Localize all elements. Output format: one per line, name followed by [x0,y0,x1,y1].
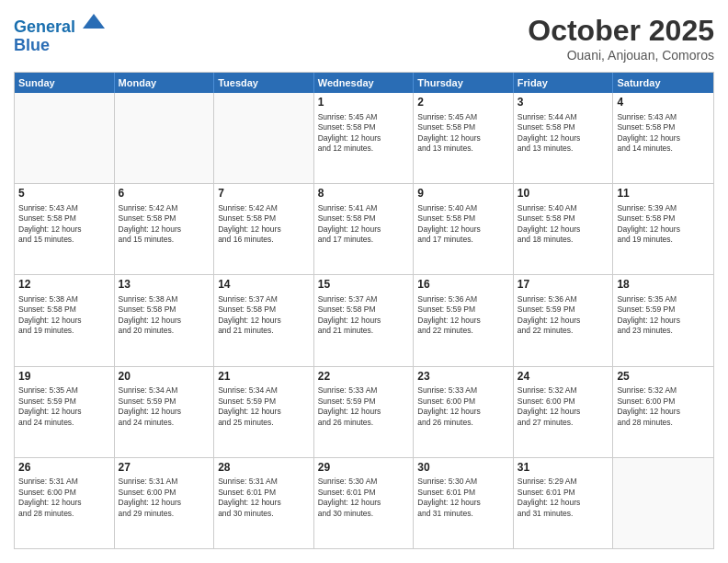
calendar-cell: 3Sunrise: 5:44 AMSunset: 5:58 PMDaylight… [514,93,614,183]
calendar-cell: 17Sunrise: 5:36 AMSunset: 5:59 PMDayligh… [514,275,614,365]
day-number: 11 [617,187,710,201]
day-number: 20 [119,370,210,385]
cell-text: Sunrise: 5:40 AMSunset: 5:58 PMDaylight:… [417,203,509,246]
calendar-cell: 28Sunrise: 5:31 AMSunset: 6:01 PMDayligh… [214,458,314,548]
cell-text: Sunrise: 5:36 AMSunset: 5:59 PMDaylight:… [417,294,509,337]
calendar-cell: 1Sunrise: 5:45 AMSunset: 5:58 PMDaylight… [314,93,415,183]
day-number: 22 [318,370,410,385]
day-number: 19 [18,370,110,385]
day-number: 15 [318,278,410,293]
calendar-body: 1Sunrise: 5:45 AMSunset: 5:58 PMDaylight… [15,93,713,548]
day-number: 29 [318,461,410,476]
cell-text: Sunrise: 5:30 AMSunset: 6:01 PMDaylight:… [318,477,410,519]
calendar-header: SundayMondayTuesdayWednesdayThursdayFrid… [15,73,713,93]
cell-text: Sunrise: 5:32 AMSunset: 6:00 PMDaylight:… [518,385,609,428]
calendar-cell: 10Sunrise: 5:40 AMSunset: 5:58 PMDayligh… [514,184,614,274]
cell-text: Sunrise: 5:31 AMSunset: 6:00 PMDaylight:… [18,477,110,519]
weekday-header: Sunday [15,73,115,93]
calendar-cell: 14Sunrise: 5:37 AMSunset: 5:58 PMDayligh… [214,275,314,365]
calendar-cell: 15Sunrise: 5:37 AMSunset: 5:58 PMDayligh… [314,275,415,365]
calendar-cell: 18Sunrise: 5:35 AMSunset: 5:59 PMDayligh… [613,275,713,365]
calendar-cell: 4Sunrise: 5:43 AMSunset: 5:58 PMDaylight… [613,93,713,183]
calendar-cell: 19Sunrise: 5:35 AMSunset: 5:59 PMDayligh… [15,367,115,457]
calendar-cell: 21Sunrise: 5:34 AMSunset: 5:59 PMDayligh… [214,367,314,457]
logo: General Blue [14,14,105,55]
day-number: 30 [417,461,509,476]
weekday-header: Tuesday [214,73,314,93]
day-number: 31 [518,461,609,476]
calendar-cell [15,93,115,183]
calendar: SundayMondayTuesdayWednesdayThursdayFrid… [14,72,714,549]
weekday-header: Monday [115,73,215,93]
cell-text: Sunrise: 5:30 AMSunset: 6:01 PMDaylight:… [417,477,509,519]
weekday-header: Friday [514,73,614,93]
calendar-row: 5Sunrise: 5:43 AMSunset: 5:58 PMDaylight… [15,183,713,274]
calendar-cell: 12Sunrise: 5:38 AMSunset: 5:58 PMDayligh… [15,275,115,365]
weekday-header: Wednesday [314,73,415,93]
calendar-cell: 24Sunrise: 5:32 AMSunset: 6:00 PMDayligh… [514,367,614,457]
calendar-cell: 11Sunrise: 5:39 AMSunset: 5:58 PMDayligh… [613,184,713,274]
cell-text: Sunrise: 5:45 AMSunset: 5:58 PMDaylight:… [417,112,509,155]
weekday-header: Thursday [414,73,514,93]
page: General Blue October 2025 Ouani, Anjouan… [0,0,728,563]
calendar-row: 12Sunrise: 5:38 AMSunset: 5:58 PMDayligh… [15,274,713,365]
cell-text: Sunrise: 5:34 AMSunset: 5:59 PMDaylight:… [119,385,210,428]
cell-text: Sunrise: 5:37 AMSunset: 5:58 PMDaylight:… [218,294,310,337]
day-number: 13 [119,278,210,293]
day-number: 17 [518,278,609,293]
day-number: 23 [417,370,509,385]
cell-text: Sunrise: 5:43 AMSunset: 5:58 PMDaylight:… [18,203,110,246]
cell-text: Sunrise: 5:39 AMSunset: 5:58 PMDaylight:… [617,203,710,246]
day-number: 16 [417,278,509,293]
calendar-cell: 2Sunrise: 5:45 AMSunset: 5:58 PMDaylight… [414,93,514,183]
header: General Blue October 2025 Ouani, Anjouan… [14,14,714,63]
day-number: 2 [417,96,509,110]
day-number: 25 [617,370,710,385]
day-number: 3 [518,96,609,110]
day-number: 5 [18,187,110,201]
cell-text: Sunrise: 5:31 AMSunset: 6:01 PMDaylight:… [218,477,310,519]
calendar-cell: 6Sunrise: 5:42 AMSunset: 5:58 PMDaylight… [115,184,215,274]
weekday-header: Saturday [613,73,713,93]
calendar-row: 1Sunrise: 5:45 AMSunset: 5:58 PMDaylight… [15,93,713,183]
cell-text: Sunrise: 5:44 AMSunset: 5:58 PMDaylight:… [518,112,609,155]
cell-text: Sunrise: 5:33 AMSunset: 5:59 PMDaylight:… [318,385,410,428]
day-number: 7 [218,187,310,201]
calendar-cell: 13Sunrise: 5:38 AMSunset: 5:58 PMDayligh… [115,275,215,365]
cell-text: Sunrise: 5:42 AMSunset: 5:58 PMDaylight:… [119,203,210,246]
day-number: 27 [119,461,210,476]
calendar-cell [613,458,713,548]
cell-text: Sunrise: 5:45 AMSunset: 5:58 PMDaylight:… [318,112,410,155]
day-number: 8 [318,187,410,201]
cell-text: Sunrise: 5:42 AMSunset: 5:58 PMDaylight:… [218,203,310,246]
calendar-cell: 26Sunrise: 5:31 AMSunset: 6:00 PMDayligh… [15,458,115,548]
cell-text: Sunrise: 5:35 AMSunset: 5:59 PMDaylight:… [18,385,110,428]
location-subtitle: Ouani, Anjouan, Comoros [528,48,714,63]
calendar-cell: 29Sunrise: 5:30 AMSunset: 6:01 PMDayligh… [314,458,415,548]
cell-text: Sunrise: 5:32 AMSunset: 6:00 PMDaylight:… [617,385,710,428]
title-block: October 2025 Ouani, Anjouan, Comoros [528,14,714,63]
cell-text: Sunrise: 5:41 AMSunset: 5:58 PMDaylight:… [318,203,410,246]
calendar-cell: 20Sunrise: 5:34 AMSunset: 5:59 PMDayligh… [115,367,215,457]
calendar-row: 19Sunrise: 5:35 AMSunset: 5:59 PMDayligh… [15,366,713,457]
cell-text: Sunrise: 5:36 AMSunset: 5:59 PMDaylight:… [518,294,609,337]
calendar-cell: 5Sunrise: 5:43 AMSunset: 5:58 PMDaylight… [15,184,115,274]
day-number: 10 [518,187,609,201]
day-number: 1 [318,96,410,110]
logo-icon [83,12,105,30]
day-number: 21 [218,370,310,385]
cell-text: Sunrise: 5:43 AMSunset: 5:58 PMDaylight:… [617,112,710,155]
day-number: 24 [518,370,609,385]
cell-text: Sunrise: 5:34 AMSunset: 5:59 PMDaylight:… [218,385,310,428]
calendar-row: 26Sunrise: 5:31 AMSunset: 6:00 PMDayligh… [15,457,713,548]
day-number: 9 [417,187,509,201]
cell-text: Sunrise: 5:37 AMSunset: 5:58 PMDaylight:… [318,294,410,337]
calendar-cell: 23Sunrise: 5:33 AMSunset: 6:00 PMDayligh… [414,367,514,457]
calendar-cell: 30Sunrise: 5:30 AMSunset: 6:01 PMDayligh… [414,458,514,548]
cell-text: Sunrise: 5:38 AMSunset: 5:58 PMDaylight:… [18,294,110,337]
cell-text: Sunrise: 5:31 AMSunset: 6:00 PMDaylight:… [119,477,210,519]
day-number: 14 [218,278,310,293]
day-number: 12 [18,278,110,293]
cell-text: Sunrise: 5:33 AMSunset: 6:00 PMDaylight:… [417,385,509,428]
calendar-cell: 8Sunrise: 5:41 AMSunset: 5:58 PMDaylight… [314,184,415,274]
